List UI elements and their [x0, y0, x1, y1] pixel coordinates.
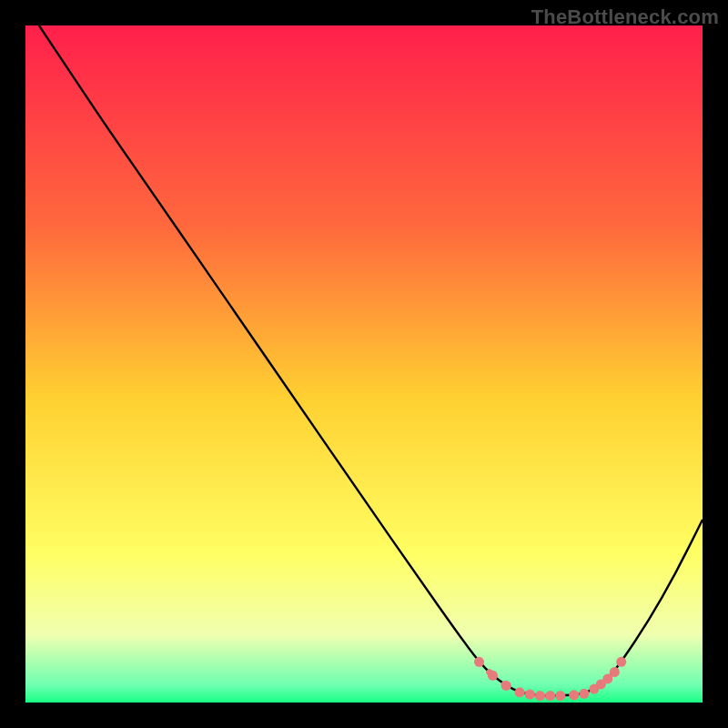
gradient-background: [25, 25, 703, 703]
highlight-point: [515, 687, 525, 697]
bottleneck-chart: [25, 25, 703, 703]
highlight-point: [501, 681, 511, 691]
highlight-point: [545, 691, 555, 701]
highlight-point: [569, 690, 579, 700]
chart-frame: TheBottleneck.com: [0, 0, 728, 728]
highlight-point: [525, 690, 535, 700]
highlight-point: [610, 667, 620, 677]
highlight-point: [616, 657, 626, 667]
highlight-point: [555, 691, 565, 701]
highlight-point: [474, 657, 484, 667]
highlight-point: [535, 691, 545, 701]
plot-area: [25, 25, 703, 703]
highlight-point: [579, 689, 589, 699]
highlight-point: [488, 671, 498, 681]
watermark-text: TheBottleneck.com: [531, 5, 719, 29]
